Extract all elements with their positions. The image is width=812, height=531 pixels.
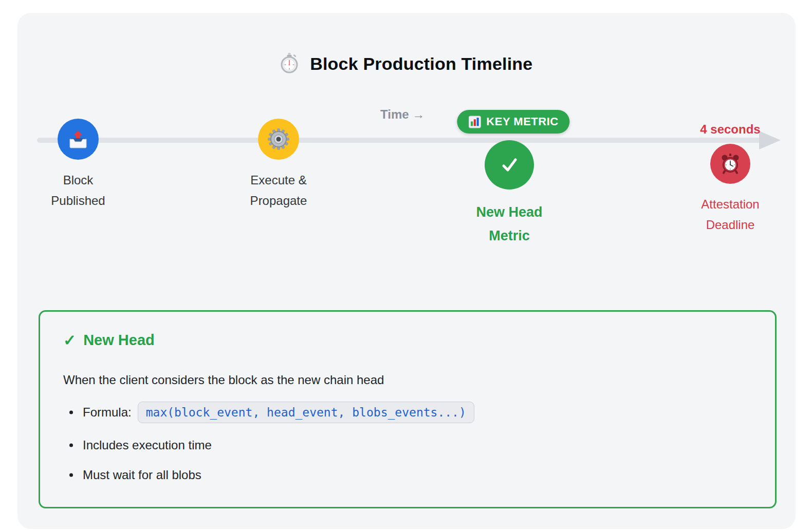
timeline-label-execute-propagate: Execute & Propagate xyxy=(250,170,307,211)
timeline-label-block-published: Block Published xyxy=(51,170,105,211)
bar-chart-icon xyxy=(468,116,481,128)
alarm-clock-icon xyxy=(719,153,742,175)
timeline-track xyxy=(37,138,762,143)
formula-code: max(block_event, head_event, blobs_event… xyxy=(138,402,474,423)
label-line: New Head xyxy=(476,200,542,224)
label-line: Published xyxy=(51,191,105,211)
card-bullet-list: Formula: max(block_event, head_event, bl… xyxy=(63,402,752,483)
label-line: Propagate xyxy=(250,191,307,211)
timeline-label-attestation-deadline: Attestation Deadline xyxy=(701,194,759,235)
page-title-text: Block Production Timeline xyxy=(310,54,532,73)
formula-bullet: Formula: max(block_event, head_event, bl… xyxy=(63,402,752,423)
outbox-tray-icon xyxy=(67,128,89,150)
label-line: Deadline xyxy=(701,215,759,235)
checkmark-icon xyxy=(496,151,523,178)
label-line: Block xyxy=(51,170,105,191)
bullet-includes-execution-time: Includes execution time xyxy=(63,438,752,453)
new-head-detail-card: ✓ New Head When the client considers the… xyxy=(39,310,777,508)
timeline-node-new-head-metric[interactable] xyxy=(485,140,534,189)
card-heading: ✓ New Head xyxy=(63,331,752,349)
card-heading-text: New Head xyxy=(83,332,155,349)
key-metric-badge: KEY METRIC xyxy=(457,110,569,134)
label-line: Attestation xyxy=(701,194,759,215)
gear-icon xyxy=(267,127,290,151)
page: Block Production Timeline Time → 4 secon… xyxy=(0,0,812,531)
timeline-node-execute-propagate[interactable] xyxy=(258,119,299,160)
label-line: Metric xyxy=(476,224,542,248)
timeline-arrowhead-icon xyxy=(759,131,781,149)
time-axis-label: Time → xyxy=(380,107,425,122)
stopwatch-icon xyxy=(280,52,299,74)
timeline-node-block-published[interactable] xyxy=(58,119,99,160)
bullet-must-wait-for-blobs: Must wait for all blobs xyxy=(63,467,752,483)
duration-label: 4 seconds xyxy=(700,122,760,137)
key-metric-badge-label: KEY METRIC xyxy=(486,115,558,128)
check-icon: ✓ xyxy=(63,331,76,349)
formula-label: Formula: xyxy=(83,405,132,420)
card-description: When the client considers the block as t… xyxy=(63,373,752,387)
timeline-node-attestation-deadline[interactable] xyxy=(710,144,750,184)
timeline-label-new-head-metric: New Head Metric xyxy=(476,200,542,248)
label-line: Execute & xyxy=(250,170,307,191)
page-title: Block Production Timeline xyxy=(0,52,812,74)
